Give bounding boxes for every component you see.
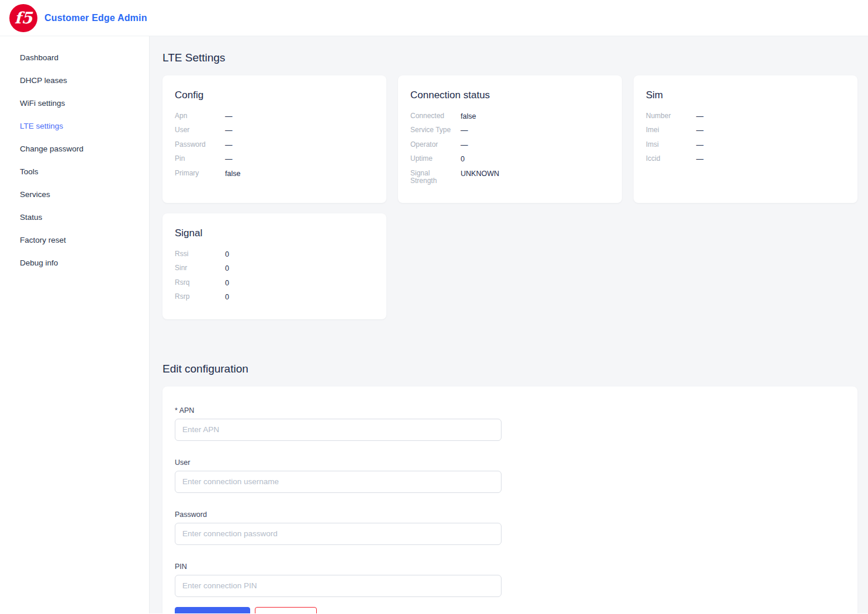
config-row-apn: Apn — bbox=[175, 112, 374, 120]
signal-row-rsrq: Rsrq 0 bbox=[175, 279, 374, 287]
sidebar-item-tools[interactable]: Tools bbox=[0, 160, 149, 183]
form-buttons: Apply changes Reset form bbox=[175, 607, 845, 613]
connection-row-uptime: Uptime 0 bbox=[410, 155, 610, 163]
signal-card-title: Signal bbox=[175, 227, 374, 239]
signal-row-rsrp: Rsrp 0 bbox=[175, 293, 374, 301]
connection-status-card-title: Connection status bbox=[410, 89, 610, 101]
password-field-group: Password bbox=[175, 510, 502, 545]
status-cards: Config Apn — User — Password — Pin — bbox=[162, 75, 857, 319]
connection-status-card: Connection status Connected false Servic… bbox=[398, 75, 622, 203]
config-row-pin: Pin — bbox=[175, 155, 374, 163]
signal-row-rssi: Rssi 0 bbox=[175, 250, 374, 258]
connection-row-operator: Operator — bbox=[410, 141, 610, 149]
edit-configuration-form: * APN User Password PIN Apply changes Re… bbox=[162, 387, 857, 613]
pin-label: PIN bbox=[175, 563, 502, 571]
f5-logo-icon: f5 bbox=[9, 4, 37, 32]
config-card-title: Config bbox=[175, 89, 374, 101]
config-row-password: Password — bbox=[175, 141, 374, 149]
sidebar-item-debug-info[interactable]: Debug info bbox=[0, 251, 149, 274]
edit-configuration-title: Edit configuration bbox=[162, 363, 857, 375]
apn-field-group: * APN bbox=[175, 406, 502, 441]
sidebar-item-dashboard[interactable]: Dashboard bbox=[0, 46, 149, 69]
sidebar-item-factory-reset[interactable]: Factory reset bbox=[0, 229, 149, 251]
app-title: Customer Edge Admin bbox=[44, 13, 147, 23]
f5-logo-text: f5 bbox=[15, 9, 34, 27]
sim-row-imei: Imei — bbox=[646, 126, 845, 134]
app-body: Dashboard DHCP leases WiFi settings LTE … bbox=[0, 36, 868, 613]
user-input[interactable] bbox=[175, 471, 502, 493]
sim-card: Sim Number — Imei — Imsi — Iccid — bbox=[634, 75, 857, 203]
connection-row-service-type: Service Type — bbox=[410, 126, 610, 134]
config-card: Config Apn — User — Password — Pin — bbox=[162, 75, 386, 203]
config-row-user: User — bbox=[175, 126, 374, 134]
reset-form-button[interactable]: Reset form bbox=[255, 607, 317, 613]
main-content: LTE Settings Config Apn — User — Passwor… bbox=[150, 36, 868, 613]
sidebar-item-wifi-settings[interactable]: WiFi settings bbox=[0, 92, 149, 115]
sidebar-item-dhcp-leases[interactable]: DHCP leases bbox=[0, 69, 149, 92]
page-title: LTE Settings bbox=[162, 51, 857, 64]
signal-row-sinr: Sinr 0 bbox=[175, 264, 374, 272]
connection-row-signal-strength: Signal Strength UNKNOWN bbox=[410, 170, 610, 186]
connection-row-connected: Connected false bbox=[410, 112, 610, 120]
sim-row-number: Number — bbox=[646, 112, 845, 120]
pin-input[interactable] bbox=[175, 575, 502, 597]
password-input[interactable] bbox=[175, 523, 502, 545]
sidebar-item-lte-settings[interactable]: LTE settings bbox=[0, 115, 149, 137]
pin-field-group: PIN bbox=[175, 563, 502, 597]
sim-row-iccid: Iccid — bbox=[646, 155, 845, 163]
sidebar-item-status[interactable]: Status bbox=[0, 206, 149, 229]
apn-label: * APN bbox=[175, 406, 502, 415]
sim-card-title: Sim bbox=[646, 89, 845, 101]
config-row-primary: Primary false bbox=[175, 170, 374, 178]
sim-row-imsi: Imsi — bbox=[646, 141, 845, 149]
apply-changes-button[interactable]: Apply changes bbox=[175, 607, 250, 613]
sidebar-nav: Dashboard DHCP leases WiFi settings LTE … bbox=[0, 36, 150, 613]
signal-card: Signal Rssi 0 Sinr 0 Rsrq 0 Rsrp 0 bbox=[162, 213, 386, 319]
user-label: User bbox=[175, 458, 502, 467]
sidebar-item-change-password[interactable]: Change password bbox=[0, 137, 149, 160]
user-field-group: User bbox=[175, 458, 502, 493]
app-header: f5 Customer Edge Admin bbox=[0, 0, 868, 36]
password-label: Password bbox=[175, 510, 502, 519]
sidebar-item-services[interactable]: Services bbox=[0, 183, 149, 206]
apn-input[interactable] bbox=[175, 419, 502, 441]
